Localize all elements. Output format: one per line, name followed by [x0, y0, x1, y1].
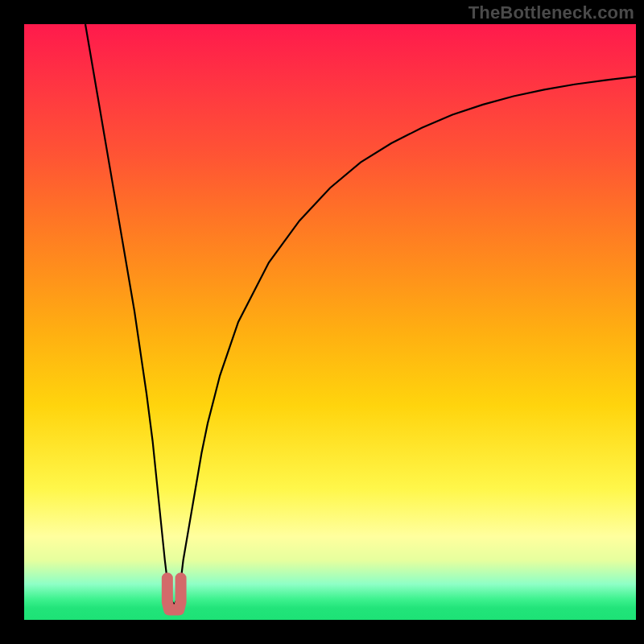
chart-frame: TheBottleneck.com — [0, 0, 644, 644]
watermark-text: TheBottleneck.com — [469, 2, 634, 23]
notch-highlight — [167, 578, 181, 609]
bottleneck-curve — [85, 24, 636, 605]
plot-area — [24, 24, 636, 620]
chart-svg — [24, 24, 636, 620]
